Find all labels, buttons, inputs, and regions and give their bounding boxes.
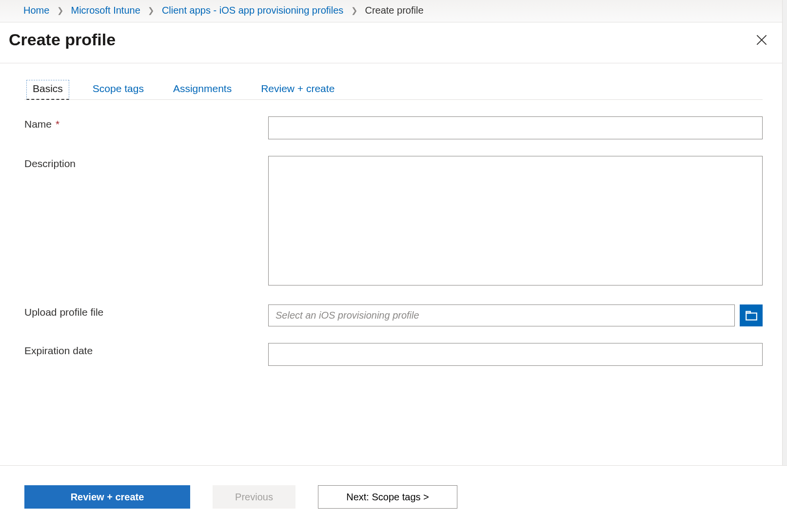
next-button[interactable]: Next: Scope tags > xyxy=(318,485,457,509)
svg-rect-3 xyxy=(746,311,750,313)
tab-basics[interactable]: Basics xyxy=(26,80,69,100)
tab-scope-tags[interactable]: Scope tags xyxy=(87,80,150,99)
description-label: Description xyxy=(24,156,268,170)
upload-file-display[interactable]: Select an iOS provisioning profile xyxy=(268,304,735,326)
browse-file-button[interactable] xyxy=(740,304,763,326)
page-title: Create profile xyxy=(9,30,116,49)
tab-review-create[interactable]: Review + create xyxy=(255,80,340,99)
required-asterisk: * xyxy=(56,118,59,130)
chevron-right-icon: ❯ xyxy=(351,6,357,15)
close-button[interactable] xyxy=(755,33,768,47)
chevron-right-icon: ❯ xyxy=(148,6,154,15)
name-label: Name * xyxy=(24,116,268,130)
breadcrumb-link-client-apps[interactable]: Client apps - iOS app provisioning profi… xyxy=(162,5,343,16)
name-input[interactable] xyxy=(268,116,763,139)
previous-button: Previous xyxy=(213,485,295,509)
expiration-label: Expiration date xyxy=(24,343,268,357)
folder-icon xyxy=(745,310,758,321)
breadcrumb: Home ❯ Microsoft Intune ❯ Client apps - … xyxy=(0,0,787,22)
breadcrumb-link-home[interactable]: Home xyxy=(23,5,49,16)
breadcrumb-current: Create profile xyxy=(365,5,423,16)
content-area: Basics Scope tags Assignments Review + c… xyxy=(0,63,787,366)
field-row-description: Description xyxy=(24,156,763,288)
field-row-expiration: Expiration date xyxy=(24,343,763,366)
scrollbar-track[interactable] xyxy=(782,0,787,532)
breadcrumb-link-intune[interactable]: Microsoft Intune xyxy=(71,5,140,16)
tab-bar: Basics Scope tags Assignments Review + c… xyxy=(24,80,763,100)
field-row-name: Name * xyxy=(24,116,763,139)
description-input[interactable] xyxy=(268,156,763,285)
close-icon xyxy=(756,35,767,45)
expiration-input xyxy=(268,343,763,366)
review-create-button[interactable]: Review + create xyxy=(24,485,190,509)
tab-assignments[interactable]: Assignments xyxy=(167,80,237,99)
page-header: Create profile xyxy=(0,22,787,63)
upload-label: Upload profile file xyxy=(24,304,268,318)
chevron-right-icon: ❯ xyxy=(57,6,63,15)
name-label-text: Name xyxy=(24,118,52,130)
wizard-footer: Review + create Previous Next: Scope tag… xyxy=(0,465,787,532)
field-row-upload: Upload profile file Select an iOS provis… xyxy=(24,304,763,326)
basics-form: Name * Description Upload profile file S… xyxy=(24,116,763,366)
svg-rect-2 xyxy=(746,313,757,320)
